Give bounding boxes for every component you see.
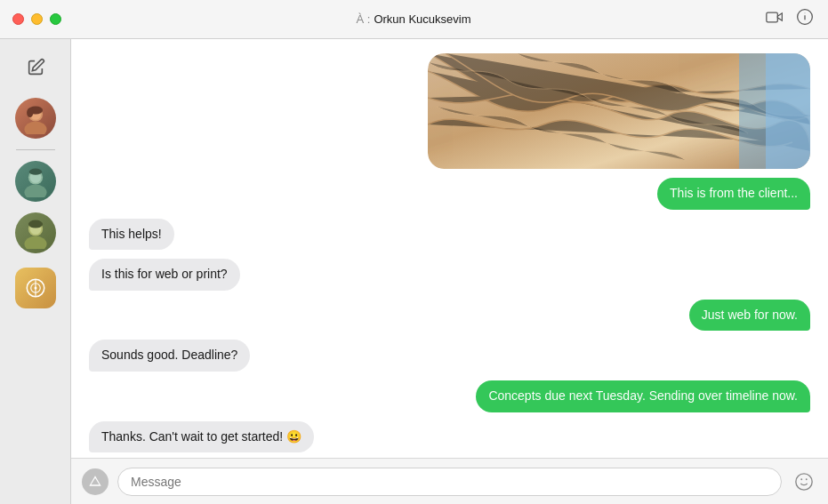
window-title: À : Orkun Kucuksevim: [61, 12, 766, 26]
contact-avatar-3[interactable]: [15, 212, 56, 253]
title-bar-actions: [766, 8, 828, 30]
message-bubble: Thanks. Can't wait to get started! 😀: [89, 421, 314, 453]
svg-point-16: [28, 220, 42, 228]
svg-point-5: [24, 122, 46, 134]
minimize-button[interactable]: [31, 13, 43, 25]
svg-point-10: [24, 185, 46, 197]
maximize-button[interactable]: [50, 13, 61, 25]
message-row: Sounds good. Deadline?: [89, 340, 810, 372]
svg-rect-0: [767, 12, 778, 22]
app-container: This is from the client... This helps! I…: [0, 0, 828, 504]
sidebar-divider: [16, 149, 55, 150]
shared-image: [428, 53, 810, 169]
title-bar: À : Orkun Kucuksevim: [0, 0, 828, 39]
message-bubble: This is from the client...: [657, 178, 810, 210]
compose-button[interactable]: [20, 52, 52, 84]
input-bar: [71, 458, 828, 504]
app-icon[interactable]: [15, 268, 56, 308]
message-bubble: Concepts due next Tuesday. Sending over …: [476, 380, 810, 412]
svg-point-24: [796, 473, 812, 489]
svg-point-3: [805, 12, 806, 13]
message-row: Just web for now.: [89, 300, 810, 332]
svg-point-12: [28, 169, 41, 175]
sidebar: [0, 39, 71, 504]
close-button[interactable]: [12, 13, 24, 25]
info-icon[interactable]: [796, 8, 814, 30]
message-row: Thanks. Can't wait to get started! 😀: [89, 421, 810, 453]
message-row: Is this for web or print?: [89, 259, 810, 291]
svg-rect-23: [766, 53, 810, 169]
emoji-button[interactable]: [791, 468, 817, 495]
video-call-icon[interactable]: [766, 10, 784, 28]
svg-point-14: [24, 236, 46, 249]
message-row: This helps!: [89, 219, 810, 251]
contact-name: Orkun Kucuksevim: [374, 12, 470, 26]
message-bubble: This helps!: [89, 219, 174, 251]
traffic-lights: [0, 13, 61, 25]
contact-avatar-1[interactable]: [15, 98, 56, 139]
svg-point-8: [27, 108, 33, 117]
message-row: This is from the client...: [89, 178, 810, 210]
contact-avatar-2[interactable]: [15, 161, 56, 202]
message-bubble: Just web for now.: [689, 300, 810, 332]
message-row: Concepts due next Tuesday. Sending over …: [89, 380, 810, 412]
message-input[interactable]: [117, 468, 782, 496]
message-bubble: Sounds good. Deadline?: [89, 340, 250, 372]
to-label: À :: [357, 12, 371, 26]
chat-area: This is from the client... This helps! I…: [71, 39, 828, 504]
app-store-button[interactable]: [82, 468, 109, 495]
messages-container: This is from the client... This helps! I…: [71, 39, 828, 458]
message-bubble: Is this for web or print?: [89, 259, 240, 291]
